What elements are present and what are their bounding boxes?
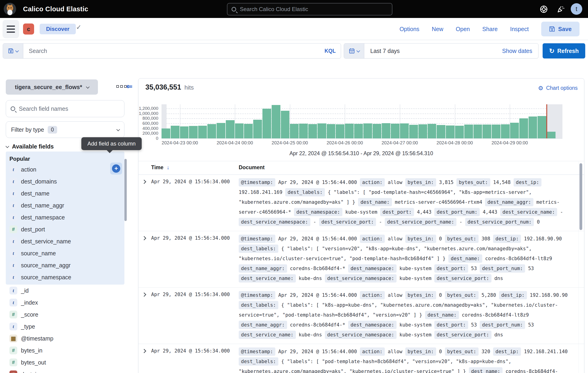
field-item-dest_ip[interactable]: IPdest_ip — [6, 368, 125, 373]
date-quick-menu-button[interactable] — [344, 43, 364, 58]
histogram-bar[interactable] — [299, 124, 308, 138]
doc-field-pill[interactable]: @timestamp: — [239, 291, 275, 299]
histogram-bar[interactable] — [281, 111, 290, 138]
histogram-bar[interactable] — [327, 124, 336, 138]
field-item-bytes_out[interactable]: #bytes_out — [6, 356, 125, 368]
sidebar-scrollbar[interactable] — [125, 159, 127, 221]
histogram-bar[interactable] — [244, 124, 253, 138]
histogram-bar[interactable] — [537, 116, 546, 138]
histogram-bar[interactable] — [363, 123, 372, 138]
doc-field-pill[interactable]: dest_port: — [434, 264, 468, 272]
histogram-bar[interactable] — [382, 123, 390, 138]
histogram-bar[interactable] — [529, 117, 537, 138]
available-fields-toggle[interactable]: Available fields — [6, 143, 54, 150]
news-icon[interactable] — [557, 5, 565, 13]
doc-field-pill[interactable]: action: — [360, 235, 385, 243]
doc-field-pill[interactable]: dest_port_num: — [434, 208, 480, 216]
expand-row-icon[interactable] — [142, 180, 146, 184]
doc-field-pill[interactable]: bytes_out: — [456, 178, 490, 186]
field-item-dest_service_name[interactable]: tdest_service_name — [6, 235, 125, 247]
histogram-bar[interactable] — [409, 125, 418, 138]
histogram-bar[interactable] — [391, 124, 399, 138]
histogram-bar[interactable] — [207, 124, 216, 138]
share-button[interactable]: Share — [482, 26, 498, 32]
histogram-bar[interactable] — [464, 125, 473, 138]
doc-field-pill[interactable]: dest_service_namespace: — [325, 331, 397, 339]
field-item-dest_domains[interactable]: tdest_domains — [6, 175, 125, 187]
show-dates-button[interactable]: Show dates — [502, 48, 538, 54]
doc-field-pill[interactable]: dest_name_aggr: — [239, 321, 287, 329]
doc-field-pill[interactable]: action: — [360, 347, 385, 356]
add-field-as-column-button[interactable]: + — [110, 162, 122, 174]
global-search-input[interactable] — [240, 6, 388, 12]
histogram-bar[interactable] — [428, 124, 436, 138]
doc-field-pill[interactable]: dest_port_num: — [480, 264, 525, 272]
user-avatar[interactable]: t — [571, 3, 582, 15]
doc-field-pill[interactable]: dest_ip: — [499, 291, 527, 299]
doc-field-pill[interactable]: dest_labels: — [239, 301, 278, 309]
doc-field-pill[interactable]: dest_labels: — [285, 188, 325, 196]
field-item-_type[interactable]: t_type — [6, 321, 125, 333]
field-item-dest_name_aggr[interactable]: tdest_name_aggr — [6, 199, 125, 211]
doc-field-pill[interactable]: action: — [360, 291, 385, 299]
doc-field-pill[interactable]: dest_service_name: — [500, 208, 557, 216]
doc-field-pill[interactable]: bytes_in: — [405, 347, 436, 356]
field-layout-icon[interactable] — [116, 85, 127, 88]
histogram-chart[interactable] — [161, 104, 556, 138]
doc-field-pill[interactable]: dest_service_port: — [434, 331, 492, 339]
doc-field-pill[interactable]: dest_name: — [469, 367, 503, 373]
doc-field-pill[interactable]: bytes_in: — [405, 235, 436, 243]
doc-field-pill[interactable]: dest_service_name: — [239, 274, 296, 282]
histogram-bar[interactable] — [235, 123, 244, 138]
refresh-button[interactable]: ↻ Refresh — [543, 43, 585, 59]
histogram-bar[interactable] — [419, 124, 427, 138]
field-item-dest_port[interactable]: #dest_port — [6, 223, 125, 235]
doc-field-pill[interactable]: bytes_out: — [445, 235, 479, 243]
doc-field-pill[interactable]: action: — [360, 178, 385, 186]
app-logo-icon[interactable] — [4, 3, 16, 15]
table-scrollbar[interactable] — [579, 163, 582, 230]
doc-field-pill[interactable]: dest_name_aggr: — [485, 198, 533, 206]
doc-field-pill[interactable]: bytes_out: — [445, 291, 479, 299]
histogram-bar[interactable] — [501, 124, 510, 138]
histogram-bar[interactable] — [547, 132, 556, 138]
histogram-bar[interactable] — [437, 125, 445, 139]
save-button[interactable]: Save — [541, 22, 579, 36]
field-item-@timestamp[interactable]: ▦@timestamp — [6, 333, 125, 344]
field-item-_index[interactable]: t_index — [6, 297, 125, 309]
doc-field-pill[interactable]: dest_labels: — [239, 357, 278, 366]
space-badge[interactable]: c — [23, 23, 34, 35]
field-item-source_name_aggr[interactable]: tsource_name_aggr — [6, 259, 125, 271]
histogram-bar[interactable] — [272, 105, 280, 138]
field-item-_score[interactable]: #_score — [6, 309, 125, 321]
doc-field-pill[interactable]: dest_ip: — [493, 235, 521, 243]
histogram-bar[interactable] — [161, 129, 170, 138]
doc-field-pill[interactable]: dest_service_port_name: — [385, 218, 456, 226]
histogram-bar[interactable] — [262, 109, 271, 138]
doc-field-pill[interactable]: dest_namespace: — [348, 321, 397, 329]
histogram-bar[interactable] — [198, 126, 207, 138]
histogram-bar[interactable] — [189, 126, 198, 138]
doc-field-pill[interactable]: dest_name: — [358, 198, 392, 206]
doc-field-pill[interactable]: dest_ip: — [514, 178, 541, 186]
open-button[interactable]: Open — [456, 26, 470, 32]
histogram-bar[interactable] — [373, 124, 381, 138]
doc-field-pill[interactable]: dest_port_num: — [480, 321, 525, 329]
histogram-bar[interactable] — [492, 125, 500, 138]
doc-field-pill[interactable]: dest_service_name: — [239, 331, 296, 339]
doc-field-pill[interactable]: dest_service_port_num: — [465, 218, 534, 226]
histogram-bar[interactable] — [519, 118, 528, 138]
histogram-bar[interactable] — [473, 125, 482, 138]
doc-field-pill[interactable]: dest_namespace: — [294, 208, 342, 216]
expand-row-icon[interactable] — [142, 236, 146, 240]
expand-row-icon[interactable] — [142, 292, 146, 297]
histogram-bar[interactable] — [483, 125, 491, 138]
doc-field-pill[interactable]: dest_service_port: — [319, 218, 376, 226]
field-item-_id[interactable]: t_id — [6, 285, 125, 297]
histogram-bar[interactable] — [317, 123, 326, 138]
expand-row-icon[interactable] — [142, 349, 146, 353]
histogram-bar[interactable] — [217, 123, 225, 138]
kql-language-button[interactable]: KQL — [325, 48, 341, 54]
doc-field-pill[interactable]: dest_name: — [448, 254, 482, 263]
doc-field-pill[interactable]: dest_service_port: — [434, 274, 492, 282]
